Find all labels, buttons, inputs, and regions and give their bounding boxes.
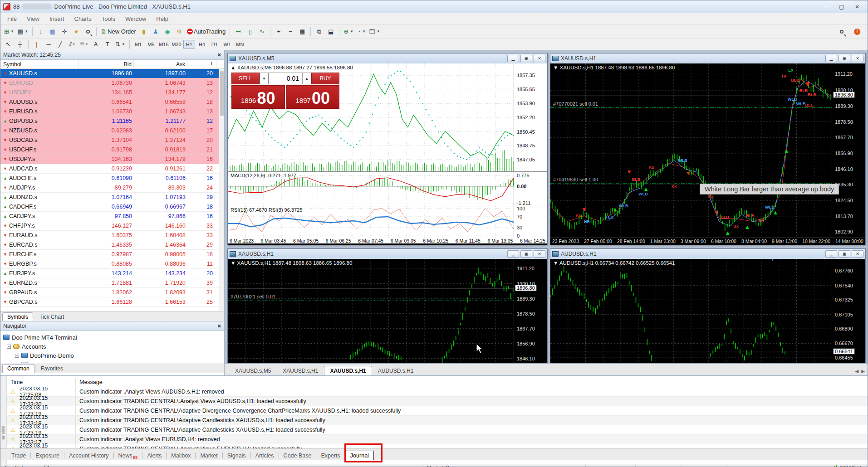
favorites-icon[interactable]: ★ <box>71 27 82 37</box>
minimize-button[interactable]: ▁ <box>825 55 837 62</box>
tab-common[interactable]: Common <box>2 364 34 373</box>
expand-icon[interactable]: + <box>15 354 19 358</box>
market-watch-row-gbpaud.s[interactable]: ▼GBPAUD.s1.820621.8209331 <box>0 288 224 297</box>
timeframe-mn[interactable]: MN <box>234 40 246 49</box>
restore-button[interactable]: ▣ <box>520 250 532 258</box>
market-watch-icon[interactable]: ↕ <box>35 27 46 37</box>
menu-window[interactable]: Window <box>120 14 151 24</box>
market-watch-row-usdjpy.s[interactable]: ▼USDJPY.s134.163134.17916 <box>0 155 224 164</box>
experts-icon[interactable]: ⚙ <box>174 27 185 37</box>
line-chart-icon[interactable]: ∿ <box>256 27 267 37</box>
terminal-tab-account-history[interactable]: Account History <box>64 451 113 460</box>
market-watch-row-eurusd.s[interactable]: ▼EURUSD.s1.067301.0674313 <box>0 107 224 117</box>
column-spread[interactable]: ! <box>187 60 216 68</box>
vertical-line-icon[interactable]: ❘ <box>31 39 42 49</box>
terminal-tab-alerts[interactable]: Alerts <box>142 451 166 460</box>
chart-tab-2[interactable]: XAUUSD.s,H1 <box>324 366 372 375</box>
sell-price[interactable]: 189680 <box>231 85 285 109</box>
trendline-icon[interactable]: ╱ <box>55 39 66 49</box>
fibonacci-icon[interactable]: ≣F <box>78 39 89 49</box>
tree-item-accounts[interactable]: − Accounts <box>3 342 224 351</box>
timeframe-m30[interactable]: M30 <box>171 40 182 49</box>
timeframe-m15[interactable]: M15 <box>158 40 170 49</box>
market-watch-row-usdcad.s[interactable]: ▼USDCAD.s1.371041.3712420 <box>0 136 224 145</box>
market-watch-row-cadjpy.s[interactable]: ▲CADJPY.s97.85097.86616 <box>0 212 224 221</box>
data-window-icon[interactable]: ▥ <box>47 27 58 37</box>
minimize-button[interactable]: – <box>819 2 834 11</box>
tab-symbols[interactable]: Symbols <box>2 312 33 321</box>
market-watch-row-xauusd.s[interactable]: ▼XAUUSD.s1896.801897.0020 <box>0 69 224 78</box>
column-time[interactable]: Time <box>7 378 76 387</box>
indicators-icon[interactable]: ⊕▼ <box>342 27 355 37</box>
restore-button[interactable]: ▣ <box>839 250 850 258</box>
lot-decrease-button[interactable]: ▼ <box>260 73 269 84</box>
market-watch-row-eurusd[interactable]: ▼EURUSD1.067301.0674313 <box>0 78 224 88</box>
timeframe-m5[interactable]: M5 <box>145 40 157 49</box>
market-watch-row-audchf.s[interactable]: ▲AUDCHF.s0.610900.6110616 <box>0 174 224 183</box>
close-icon[interactable]: ✕ <box>217 52 221 58</box>
market-watch-row-cadchf.s[interactable]: ▲CADCHF.s0.669490.6696718 <box>0 202 224 212</box>
candlestick-icon[interactable]: ▯ <box>245 27 255 37</box>
profiles-icon[interactable]: ▤▼ <box>16 27 29 37</box>
cursor-icon[interactable]: ↖ <box>3 39 14 49</box>
chart-window-xauusd-s-h1[interactable]: XAUUSD.s,H1▁▣✕#70770021 sell 0.011911.20… <box>227 248 548 363</box>
chart-window-xauusd-s-m5[interactable]: XAUUSD.s,M5▁▣✕1857.351855.651853.901852.… <box>227 53 548 245</box>
close-button[interactable]: ✕ <box>852 55 863 62</box>
minimize-button[interactable]: ▁ <box>825 250 837 258</box>
notification-icon[interactable]: ! <box>852 27 863 37</box>
menu-view[interactable]: View <box>22 14 44 24</box>
chart-window-audusd-s-h1[interactable]: AUDUSD.s,H1▁▣✕▼0.677600.675400.673250.67… <box>550 248 866 363</box>
tree-item-account-clipped[interactable]: + <box>3 360 224 363</box>
menu-tools[interactable]: Tools <box>97 14 120 24</box>
chart-tab-3[interactable]: AUDUSD.s,H1 <box>372 366 420 375</box>
market-watch-row-audusd.s[interactable]: ▼AUDUSD.s0.665410.6655918 <box>0 97 224 107</box>
restore-button[interactable]: ▣ <box>839 55 850 62</box>
market-watch-row-audcad.s[interactable]: ▼AUDCAD.s0.912390.9126122 <box>0 164 224 174</box>
menu-file[interactable]: File <box>2 14 22 24</box>
chart-body[interactable]: ▼0.677600.675400.673250.671050.668900.66… <box>550 259 865 363</box>
market-watch-row-eurgbp.s[interactable]: ▼EURGBP.s0.880850.8809611 <box>0 259 224 269</box>
tester-icon[interactable] <box>83 27 93 37</box>
label-icon[interactable]: T <box>102 39 113 49</box>
periods-icon[interactable]: ◔▼ <box>356 27 367 37</box>
terminal-tab-mailbox[interactable]: Mailbox <box>167 451 195 460</box>
market-watch-row-audnzd.s[interactable]: ▲AUDNZD.s1.071641.0719329 <box>0 193 224 202</box>
column-message[interactable]: Message <box>76 379 868 385</box>
templates-icon[interactable]: 🗔▼ <box>368 27 382 37</box>
navigator-icon[interactable]: ✛ <box>59 27 70 37</box>
lot-size-input[interactable]: 0.01 <box>269 73 302 84</box>
terminal-tab-code-base[interactable]: Code Base <box>279 451 316 460</box>
timeframe-h1[interactable]: H1 <box>183 40 195 49</box>
chart-body[interactable]: 1857.351855.651853.901852.201850.451848.… <box>228 63 547 243</box>
tab-favorites[interactable]: Favorites <box>36 364 68 373</box>
market-watch-row-usdjpy[interactable]: ▼USDJPY134.165134.17712 <box>0 88 224 97</box>
market-watch-row-eurchf.s[interactable]: ▼EURCHF.s0.979870.9800518 <box>0 250 224 259</box>
terminal-tab-signals[interactable]: Signals <box>223 451 250 460</box>
terminal-tab-experts[interactable]: Experts <box>316 451 344 460</box>
timeframe-h4[interactable]: H4 <box>196 40 208 49</box>
new-chart-icon[interactable]: ⊞▼ <box>3 27 15 37</box>
menu-help[interactable]: Help <box>151 14 173 24</box>
market-watch-row-eurjpy.s[interactable]: ▲EURJPY.s143.214143.23420 <box>0 269 224 278</box>
bar-chart-icon[interactable]: 𝄩 <box>233 27 244 37</box>
maximize-button[interactable]: ▢ <box>834 2 849 11</box>
buy-price[interactable]: 189700 <box>286 85 340 109</box>
search-icon[interactable] <box>836 27 847 37</box>
chart-window-titlebar[interactable]: AUDUSD.s,H1▁▣✕ <box>550 249 865 259</box>
terminal-tab-exposure[interactable]: Exposure <box>31 451 64 460</box>
restore-button[interactable]: ▣ <box>520 55 532 62</box>
market-watch-row-gbpusd.s[interactable]: ▲GBPUSD.s1.211651.2117712 <box>0 117 224 126</box>
market-watch-row-audjpy.s[interactable]: ▼AUDJPY.s89.27989.30324 <box>0 183 224 193</box>
minimize-button[interactable]: ▁ <box>507 250 519 258</box>
new-order-icon[interactable]: 🗎New Order <box>99 27 137 37</box>
close-button[interactable]: ✕ <box>534 55 545 62</box>
timeframe-m1[interactable]: M1 <box>132 40 144 49</box>
minimize-button[interactable]: ▁ <box>507 55 519 62</box>
scroll-right-icon[interactable]: ▶ <box>861 369 865 374</box>
close-button[interactable]: ✕ <box>534 250 545 258</box>
market-watch-row-euraud.s[interactable]: ▼EURAUD.s1.603751.6040833 <box>0 231 224 240</box>
market-watch-row-nzdusd.s[interactable]: ▼NZDUSD.s0.620830.6210017 <box>0 126 224 136</box>
chart-window-xauusd-s-h1[interactable]: XAUUSD.s,H1▁▣✕#70770021 sell 0.01#704198… <box>550 53 866 245</box>
collapse-icon[interactable]: − <box>7 345 11 349</box>
terminal-tab-market[interactable]: Market <box>196 451 222 460</box>
